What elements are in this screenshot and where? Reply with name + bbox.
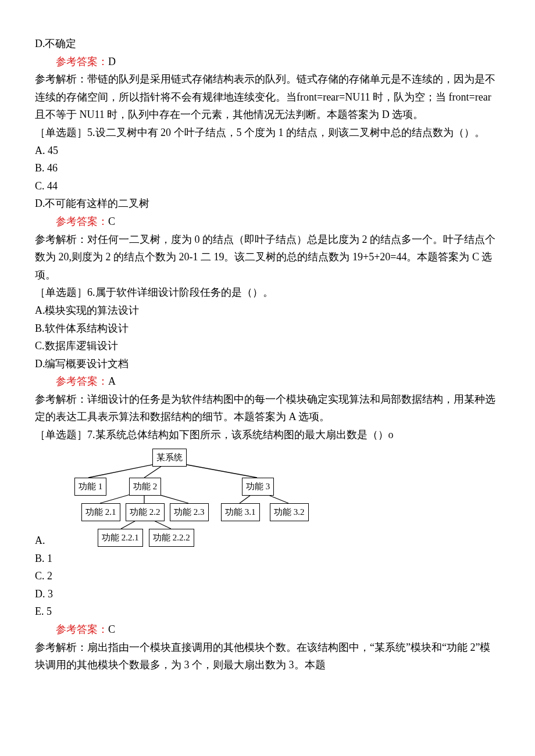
q4-explanation: 参考解析：带链的队列是采用链式存储结构表示的队列。链式存储的存储单元是不连续的，… xyxy=(35,70,500,124)
q5-answer-label: 参考答案： xyxy=(56,216,108,227)
diagram-root: 某系统 xyxy=(152,449,187,467)
q7-answer-letter: C xyxy=(108,624,115,635)
q5-option-b: B. 46 xyxy=(35,159,500,177)
diagram-f3: 功能 3 xyxy=(242,478,274,496)
q5-explanation: 参考解析：对任何一二叉树，度为 0 的结点（即叶子结点）总是比度为 2 的结点多… xyxy=(35,231,500,284)
q6-stem: ［单选题］6.属于软件详细设计阶段任务的是（）。 xyxy=(35,284,500,302)
q7-answer-label: 参考答案： xyxy=(56,624,108,635)
q7-option-a: A. xyxy=(35,532,52,550)
diagram-f32: 功能 3.2 xyxy=(270,503,309,522)
structure-diagram: 某系统 功能 1 功能 2 功能 3 功能 2.1 功能 2.2 功能 2.3 … xyxy=(64,447,320,546)
q6-option-d: D.编写概要设计文档 xyxy=(35,355,500,373)
q6-option-c: C.数据库逻辑设计 xyxy=(35,337,500,355)
q5-option-d: D.不可能有这样的二叉树 xyxy=(35,195,500,213)
q6-answer-letter: A xyxy=(108,375,116,387)
q4-answer-letter: D xyxy=(108,56,116,67)
q4-answer-label: 参考答案： xyxy=(56,56,108,67)
q6-explanation: 参考解析：详细设计的任务是为软件结构图中的每一个模块确定实现算法和局部数据结构，… xyxy=(35,390,500,426)
q5-option-c: C. 44 xyxy=(35,177,500,195)
diagram-f221: 功能 2.2.1 xyxy=(98,529,143,547)
q5-stem: ［单选题］5.设二叉树中有 20 个叶子结点，5 个度为 1 的结点，则该二叉树… xyxy=(35,124,500,142)
q7-option-d: D. 3 xyxy=(35,585,500,603)
q6-option-a: A.模块实现的算法设计 xyxy=(35,302,500,320)
diagram-f31: 功能 3.1 xyxy=(221,503,260,522)
diagram-f21: 功能 2.1 xyxy=(81,503,120,522)
diagram-f222: 功能 2.2.2 xyxy=(149,529,194,547)
diagram-f22: 功能 2.2 xyxy=(126,503,165,522)
q4-option-d: D.不确定 xyxy=(35,35,500,53)
diagram-f23: 功能 2.3 xyxy=(170,503,209,522)
q7-explanation: 参考解析：扇出指由一个模块直接调用的其他模块个数。在该结构图中，“某系统”模块和… xyxy=(35,639,500,674)
q7-option-e: E. 5 xyxy=(35,603,500,621)
q7-option-c: C. 2 xyxy=(35,567,500,585)
q7-stem: ［单选题］7.某系统总体结构如下图所示，该系统结构图的最大扇出数是（）o xyxy=(35,426,500,444)
q5-option-a: A. 45 xyxy=(35,142,500,160)
diagram-f2: 功能 2 xyxy=(129,478,161,496)
q6-answer-label: 参考答案： xyxy=(56,375,108,387)
q6-option-b: B.软件体系结构设计 xyxy=(35,320,500,338)
q7-option-b: B. 1 xyxy=(35,550,500,568)
diagram-f1: 功能 1 xyxy=(74,478,106,496)
q5-answer-letter: C xyxy=(108,216,115,227)
